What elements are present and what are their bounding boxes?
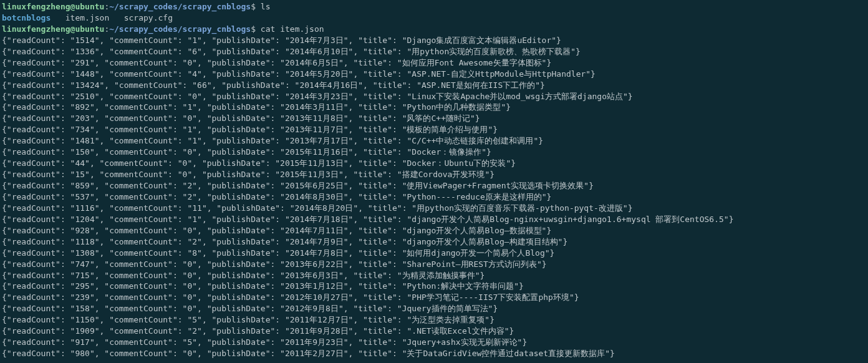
json-output-line: {"readCount": "1336", "commentCount": "6… (2, 46, 866, 57)
json-output-line: {"readCount": "44", "commentCount": "0",… (2, 158, 866, 169)
json-output-line: {"readCount": "1909", "commentCount": "2… (2, 326, 866, 337)
json-output-line: {"readCount": "1308", "commentCount": "8… (2, 248, 866, 259)
json-output-line: {"readCount": "291", "commentCount": "0"… (2, 57, 866, 69)
json-output-line: {"readCount": "892", "commentCount": "1"… (2, 102, 866, 113)
json-output-line: {"readCount": "715", "commentCount": "0"… (2, 270, 866, 281)
json-output-line: {"readCount": "295", "commentCount": "0"… (2, 281, 866, 292)
json-output-line: {"readCount": "1150", "commentCount": "5… (2, 314, 866, 326)
json-output-line: {"readCount": "928", "commentCount": "0"… (2, 225, 866, 236)
json-output-line: {"readCount": "1118", "commentCount": "2… (2, 236, 866, 248)
json-output-line: {"readCount": "980", "commentCount": "0"… (2, 348, 866, 359)
json-output-line: {"readCount": "917", "commentCount": "5"… (2, 337, 866, 348)
prompt-path: ~/scrapy_codes/scrapy_cnblogs (109, 24, 251, 34)
json-output-line: {"readCount": "747", "commentCount": "0"… (2, 259, 866, 270)
prompt-line: linuxfengzheng@ubuntu:~/scrapy_codes/scr… (2, 1, 866, 12)
json-output-line: {"readCount": "1481", "commentCount": "1… (2, 135, 866, 147)
json-output-line: {"readCount": "158", "commentCount": "0"… (2, 303, 866, 314)
directory-entry: botcnblogs (2, 13, 51, 22)
json-output-line: {"readCount": "2510", "commentCount": "0… (2, 91, 866, 102)
file-entry: scrapy.cfg (124, 13, 173, 22)
json-output-line: {"readCount": "1514", "commentCount": "1… (2, 35, 866, 46)
json-output-line: {"readCount": "1116", "commentCount": "1… (2, 203, 866, 214)
command-text: ls (261, 2, 271, 11)
json-output-line: {"readCount": "734", "commentCount": "1"… (2, 124, 866, 135)
prompt-path: ~/scrapy_codes/scrapy_cnblogs (109, 2, 251, 11)
json-output-line: {"readCount": "203", "commentCount": "0"… (2, 113, 866, 124)
prompt-user: linuxfengzheng@ubuntu (2, 2, 104, 11)
command-text: cat item.json (261, 24, 324, 34)
json-output-line: {"readCount": "15", "commentCount": "0",… (2, 169, 866, 180)
json-output-line: {"readCount": "1204", "commentCount": "1… (2, 214, 866, 225)
json-output-line: {"readCount": "150", "commentCount": "0"… (2, 147, 866, 158)
json-output-line: {"readCount": "13424", "commentCount": "… (2, 80, 866, 91)
prompt-user: linuxfengzheng@ubuntu (2, 24, 104, 34)
json-output-line: {"readCount": "239", "commentCount": "0"… (2, 292, 866, 303)
json-output-line: {"readCount": "1448", "commentCount": "4… (2, 69, 866, 80)
ls-output: botcnblogs item.json scrapy.cfg (2, 12, 866, 24)
prompt-line: linuxfengzheng@ubuntu:~/scrapy_codes/scr… (2, 24, 866, 35)
terminal-output[interactable]: linuxfengzheng@ubuntu:~/scrapy_codes/scr… (0, 0, 868, 361)
file-entry: item.json (65, 13, 109, 22)
json-output-line: {"readCount": "859", "commentCount": "2"… (2, 180, 866, 191)
json-output-line: {"readCount": "537", "commentCount": "2"… (2, 191, 866, 203)
